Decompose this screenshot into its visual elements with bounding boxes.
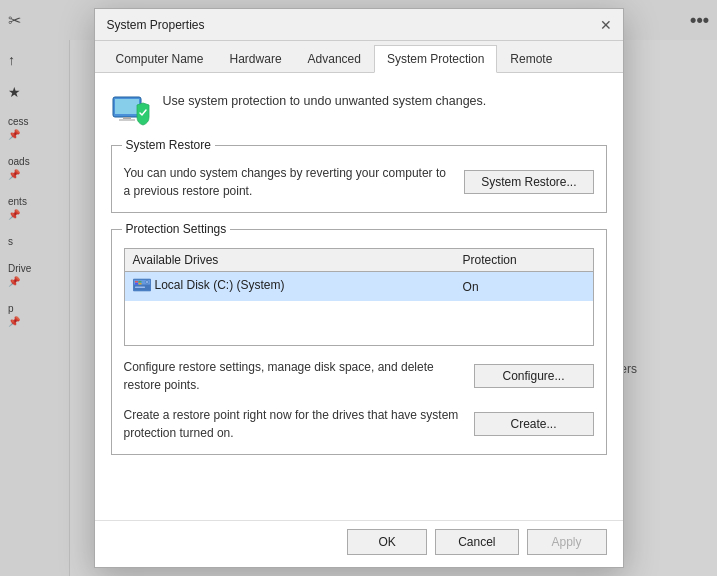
table-row[interactable]: Local Disk (C:) (System) On bbox=[124, 272, 593, 302]
hdd-icon bbox=[133, 278, 151, 292]
drive-icon-group: Local Disk (C:) (System) bbox=[133, 278, 285, 292]
drive-protection-cell: On bbox=[455, 272, 593, 302]
drives-table: Available Drives Protection bbox=[124, 248, 594, 346]
create-description: Create a restore point right now for the… bbox=[124, 406, 462, 442]
tab-remote[interactable]: Remote bbox=[497, 45, 565, 72]
cancel-button[interactable]: Cancel bbox=[435, 529, 518, 555]
apply-button[interactable]: Apply bbox=[527, 529, 607, 555]
create-button[interactable]: Create... bbox=[474, 412, 594, 436]
tab-hardware[interactable]: Hardware bbox=[217, 45, 295, 72]
svg-point-7 bbox=[145, 281, 148, 284]
drive-name: Local Disk (C:) (System) bbox=[155, 278, 285, 292]
svg-rect-10 bbox=[138, 281, 141, 283]
system-restore-body: You can undo system changes by reverting… bbox=[124, 164, 594, 200]
configure-description: Configure restore settings, manage disk … bbox=[124, 358, 462, 394]
protection-settings-legend: Protection Settings bbox=[122, 222, 231, 236]
configure-row: Configure restore settings, manage disk … bbox=[124, 358, 594, 394]
system-protection-icon bbox=[111, 89, 151, 129]
svg-rect-11 bbox=[135, 283, 138, 285]
close-button[interactable]: ✕ bbox=[597, 16, 615, 34]
dialog-title: System Properties bbox=[107, 18, 205, 32]
protection-settings-body: Available Drives Protection bbox=[124, 248, 594, 442]
system-restore-button[interactable]: System Restore... bbox=[464, 170, 593, 194]
create-row: Create a restore point right now for the… bbox=[124, 406, 594, 442]
tab-advanced[interactable]: Advanced bbox=[295, 45, 374, 72]
tab-system-protection[interactable]: System Protection bbox=[374, 45, 497, 73]
svg-rect-9 bbox=[135, 281, 138, 283]
drive-name-cell: Local Disk (C:) (System) bbox=[124, 272, 455, 302]
dialog-overlay: System Properties ✕ Computer Name Hardwa… bbox=[0, 0, 717, 576]
system-restore-section: System Restore You can undo system chang… bbox=[111, 145, 607, 213]
protection-settings-section: Protection Settings Available Drives Pro… bbox=[111, 229, 607, 455]
ok-button[interactable]: OK bbox=[347, 529, 427, 555]
protection-header: Protection bbox=[455, 249, 593, 272]
svg-rect-1 bbox=[115, 99, 139, 114]
tabs-container: Computer Name Hardware Advanced System P… bbox=[95, 41, 623, 73]
svg-rect-8 bbox=[135, 287, 145, 289]
tab-computer-name[interactable]: Computer Name bbox=[103, 45, 217, 72]
header-row: Use system protection to undo unwanted s… bbox=[111, 89, 607, 129]
dialog-content: Use system protection to undo unwanted s… bbox=[95, 73, 623, 520]
configure-button[interactable]: Configure... bbox=[474, 364, 594, 388]
available-drives-header: Available Drives bbox=[124, 249, 455, 272]
restore-row: You can undo system changes by reverting… bbox=[124, 164, 594, 200]
restore-description: You can undo system changes by reverting… bbox=[124, 164, 449, 200]
dialog-titlebar: System Properties ✕ bbox=[95, 9, 623, 41]
system-properties-dialog: System Properties ✕ Computer Name Hardwa… bbox=[94, 8, 624, 568]
system-restore-legend: System Restore bbox=[122, 138, 215, 152]
dialog-footer: OK Cancel Apply bbox=[95, 520, 623, 567]
svg-rect-3 bbox=[119, 119, 135, 121]
header-description: Use system protection to undo unwanted s… bbox=[163, 89, 487, 111]
svg-rect-12 bbox=[138, 283, 141, 285]
